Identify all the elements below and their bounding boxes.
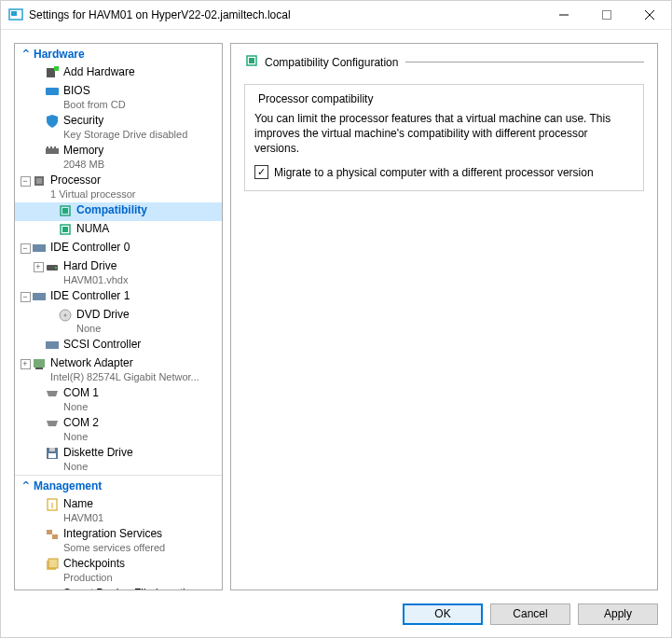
checkbox-label: Migrate to a physical computer with a di… bbox=[274, 166, 594, 179]
section-label: Management bbox=[34, 479, 102, 492]
tree-item-add-hardware[interactable]: Add Hardware bbox=[15, 64, 222, 83]
checkbox-icon[interactable]: ✓ bbox=[254, 165, 268, 179]
tree-item-hard-drive[interactable]: + Hard DriveHAVM01.vhdx bbox=[15, 258, 222, 288]
tree-label: BIOS bbox=[63, 84, 126, 98]
tree-item-processor[interactable]: − Processor1 Virtual processor bbox=[15, 173, 222, 202]
tree-label: Name bbox=[63, 497, 103, 511]
tree-item-com2[interactable]: COM 2None bbox=[15, 415, 222, 445]
name-icon: I bbox=[45, 497, 60, 512]
tree-label: Security bbox=[63, 114, 187, 128]
collapse-icon[interactable]: − bbox=[19, 242, 32, 255]
controller-icon bbox=[32, 289, 47, 304]
tree-label: IDE Controller 1 bbox=[50, 289, 130, 303]
tree-item-diskette[interactable]: Diskette DriveNone bbox=[15, 445, 222, 475]
section-label: Hardware bbox=[34, 48, 85, 61]
svg-rect-7 bbox=[54, 66, 59, 71]
group-title: Processor compatibility bbox=[254, 92, 377, 105]
tree-item-security[interactable]: SecurityKey Storage Drive disabled bbox=[15, 113, 222, 143]
close-button[interactable] bbox=[628, 1, 671, 29]
tree-item-com1[interactable]: COM 1None bbox=[15, 385, 222, 415]
tree-item-ide0[interactable]: − IDE Controller 0 bbox=[15, 240, 222, 258]
tree-sublabel: Key Storage Drive disabled bbox=[63, 128, 187, 142]
tree-item-numa[interactable]: NUMA bbox=[15, 221, 222, 240]
tree-item-network[interactable]: + Network AdapterIntel(R) 82574L Gigabit… bbox=[15, 355, 222, 385]
tree-sublabel: None bbox=[63, 430, 99, 444]
tree-item-name[interactable]: I NameHAVM01 bbox=[15, 496, 222, 526]
diskette-icon bbox=[45, 446, 60, 461]
tree-label: Add Hardware bbox=[63, 65, 135, 79]
section-management[interactable]: ⌃ Management bbox=[15, 475, 222, 496]
section-hardware[interactable]: ⌃ Hardware bbox=[15, 44, 222, 64]
maximize-button[interactable] bbox=[585, 1, 628, 29]
serial-port-icon bbox=[45, 416, 60, 431]
apply-button[interactable]: Apply bbox=[578, 603, 658, 625]
titlebar: Settings for HAVM01 on HyperV22-02.jamil… bbox=[1, 1, 671, 30]
heading-rule bbox=[405, 62, 644, 62]
tree-sublabel: None bbox=[63, 400, 99, 414]
tree-item-memory[interactable]: Memory2048 MB bbox=[15, 143, 222, 173]
svg-rect-25 bbox=[46, 341, 59, 349]
tree-item-dvd[interactable]: DVD DriveNone bbox=[15, 307, 222, 337]
svg-rect-10 bbox=[47, 146, 48, 148]
tree-item-bios[interactable]: BIOSBoot from CD bbox=[15, 83, 222, 113]
svg-rect-19 bbox=[33, 244, 46, 252]
content-heading: Compatibility Configuration bbox=[244, 53, 644, 71]
tree-sublabel: None bbox=[63, 460, 133, 474]
processor-icon bbox=[32, 173, 47, 188]
tree-label: Memory bbox=[63, 144, 104, 158]
tree-sublabel: 1 Virtual processor bbox=[50, 187, 136, 201]
dvd-icon bbox=[58, 308, 73, 323]
processor-icon bbox=[244, 53, 259, 71]
svg-rect-36 bbox=[48, 559, 58, 568]
network-icon bbox=[32, 356, 47, 371]
tree-item-checkpoints[interactable]: CheckpointsProduction bbox=[15, 556, 222, 586]
processor-icon bbox=[58, 222, 73, 237]
expand-icon[interactable]: + bbox=[32, 260, 45, 273]
tree-sublabel: None bbox=[76, 322, 130, 336]
memory-icon bbox=[45, 144, 60, 159]
collapse-icon[interactable]: − bbox=[19, 290, 32, 303]
svg-rect-29 bbox=[48, 453, 56, 458]
processor-icon bbox=[58, 203, 73, 218]
tree-label: COM 2 bbox=[63, 416, 99, 430]
svg-rect-8 bbox=[46, 88, 59, 95]
chevron-up-icon: ⌃ bbox=[19, 48, 34, 61]
svg-point-24 bbox=[64, 314, 67, 317]
tree-label: NUMA bbox=[76, 222, 109, 236]
tree-sublabel: Intel(R) 82574L Gigabit Networ... bbox=[50, 370, 199, 384]
chevron-up-icon: ⌃ bbox=[19, 479, 34, 492]
minimize-button[interactable] bbox=[542, 1, 585, 29]
tree-label: IDE Controller 0 bbox=[50, 241, 130, 255]
integration-icon bbox=[45, 527, 60, 542]
heading-text: Compatibility Configuration bbox=[265, 56, 398, 69]
group-description: You can limit the processor features tha… bbox=[254, 111, 634, 156]
tree-item-integration[interactable]: Integration ServicesSome services offere… bbox=[15, 526, 222, 556]
collapse-icon[interactable]: − bbox=[19, 174, 32, 187]
ok-button[interactable]: OK bbox=[403, 603, 483, 625]
tree-sublabel: HAVM01 bbox=[63, 511, 103, 525]
tree-item-scsi[interactable]: SCSI Controller bbox=[15, 337, 222, 355]
controller-icon bbox=[45, 338, 60, 353]
settings-tree[interactable]: ⌃ Hardware Add Hardware BIOSBoot from CD… bbox=[14, 43, 223, 590]
bios-icon bbox=[45, 84, 60, 99]
window-buttons bbox=[542, 1, 671, 29]
svg-rect-18 bbox=[62, 227, 68, 232]
svg-rect-26 bbox=[34, 359, 45, 368]
tree-item-ide1[interactable]: − IDE Controller 1 bbox=[15, 288, 222, 307]
svg-rect-30 bbox=[49, 448, 55, 451]
svg-rect-1 bbox=[11, 11, 17, 16]
body: ⌃ Hardware Add Hardware BIOSBoot from CD… bbox=[1, 30, 671, 590]
tree-label: Network Adapter bbox=[50, 356, 199, 370]
tree-label: Diskette Drive bbox=[63, 446, 133, 460]
cancel-button[interactable]: Cancel bbox=[490, 603, 570, 625]
expand-icon[interactable]: + bbox=[19, 357, 32, 370]
tree-item-compatibility[interactable]: Compatibility bbox=[15, 202, 222, 221]
svg-rect-33 bbox=[47, 530, 52, 534]
tree-label: DVD Drive bbox=[76, 308, 130, 322]
svg-rect-9 bbox=[46, 148, 59, 154]
app-icon bbox=[8, 7, 23, 22]
add-hardware-icon bbox=[45, 65, 60, 80]
hard-drive-icon bbox=[45, 259, 60, 274]
migrate-checkbox-row[interactable]: ✓ Migrate to a physical computer with a … bbox=[254, 165, 634, 179]
dialog-footer: OK Cancel Apply bbox=[1, 590, 671, 637]
